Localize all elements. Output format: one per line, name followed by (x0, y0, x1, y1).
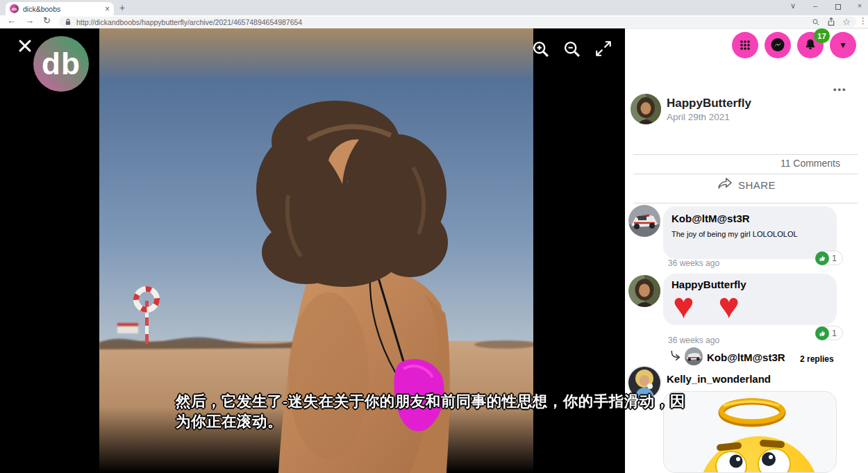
comment-time: 36 weeks ago (668, 258, 719, 268)
subtitle-text: 然后，它发生了-迷失在关于你的朋友和前同事的性思想，你的手指滑动，因 为你正在滚… (176, 392, 685, 432)
replies-link[interactable]: 2 replies (800, 354, 834, 364)
zoom-in-icon[interactable] (531, 40, 551, 62)
account-menu-button[interactable]: ▼ (830, 32, 856, 58)
url-bar[interactable]: http://dickandboobs/happybutterfly/archi… (59, 17, 856, 27)
comment-bubble (663, 391, 837, 473)
like-count: 1 (832, 254, 837, 263)
post-author-name[interactable]: HappyButterfly (667, 97, 751, 110)
divider (633, 154, 858, 155)
caret-down-icon: ▼ (839, 40, 847, 50)
thumbs-up-icon (815, 326, 829, 340)
post-date: April 29th 2021 (667, 112, 730, 122)
subtitle-line-1: 然后，它发生了-迷失在关于你的朋友和前同事的性思想，你的手指滑动，因 (176, 392, 685, 412)
messenger-button[interactable] (765, 32, 791, 58)
back-icon[interactable]: ← (7, 15, 16, 26)
zoom-page-icon[interactable] (812, 18, 820, 26)
comment-text: The joy of being my girl LOLOLOLOL (671, 230, 798, 238)
tab-title: dick&boobs (23, 5, 102, 13)
notification-count-badge: 17 (814, 28, 830, 43)
window-close-button[interactable]: × (851, 1, 868, 10)
url-text: http://dickandboobs/happybutterfly/archi… (76, 18, 805, 26)
site-logo[interactable]: db (33, 36, 89, 92)
reload-icon[interactable]: ↻ (43, 15, 51, 26)
browser-tab-bar: db dick&boobs × + ∨ – × (0, 0, 868, 15)
apps-grid-button[interactable] (732, 32, 758, 58)
close-viewer-icon[interactable] (18, 39, 32, 56)
comment-author[interactable]: Kob@ltM@st3R (671, 213, 750, 224)
tab-close-icon[interactable]: × (105, 4, 110, 14)
new-tab-button[interactable]: + (119, 2, 125, 13)
tab-search-icon[interactable]: ∨ (785, 1, 801, 10)
window-minimize-button[interactable]: – (807, 1, 824, 10)
divider (633, 203, 858, 204)
post-author-avatar[interactable] (631, 94, 661, 124)
comment-avatar[interactable] (628, 275, 660, 307)
like-badge[interactable]: 1 (815, 251, 843, 265)
comment-time: 36 weeks ago (668, 335, 719, 345)
site-favicon: db (10, 4, 19, 13)
lock-icon (65, 16, 72, 28)
share-button[interactable]: SHARE (625, 177, 868, 192)
browser-tab[interactable]: db dick&boobs × (6, 2, 114, 15)
thumbs-up-icon (815, 251, 829, 265)
bookmark-star-icon[interactable]: ☆ (842, 17, 851, 27)
divider (633, 174, 858, 174)
fullscreen-icon[interactable] (594, 40, 612, 60)
like-count: 1 (832, 329, 837, 338)
reply-avatar[interactable] (685, 347, 703, 365)
reply-author[interactable]: Kob@ltM@st3R (707, 351, 785, 363)
subtitle-line-2: 为你正在滚动。 (176, 412, 685, 432)
like-badge[interactable]: 1 (815, 326, 843, 340)
comment-bubble: HappyButterfly ♥ ♥ (663, 274, 837, 325)
angel-emoji (664, 392, 837, 473)
comment-author[interactable]: Kelly_in_wonderland (667, 373, 771, 385)
forward-icon[interactable]: → (25, 15, 34, 26)
share-label: SHARE (738, 179, 776, 191)
app-window: db dick&boobs × + ∨ – × ← → ↻ http://dic… (0, 0, 868, 473)
comment-bubble: Kob@ltM@st3R The joy of being my girl LO… (663, 206, 837, 259)
window-maximize-button[interactable] (835, 4, 841, 10)
comments-count[interactable]: 11 Comments (625, 158, 840, 169)
share-arrow-icon (717, 177, 733, 192)
heart-emojis: ♥ ♥ (673, 289, 746, 322)
share-page-icon[interactable] (827, 17, 835, 26)
browser-menu-icon[interactable]: ⋮ (859, 16, 867, 26)
post-menu-icon[interactable]: ••• (833, 84, 847, 94)
comment-avatar[interactable] (628, 205, 660, 237)
reply-arrow-icon (669, 349, 682, 365)
zoom-out-icon[interactable] (562, 40, 582, 62)
